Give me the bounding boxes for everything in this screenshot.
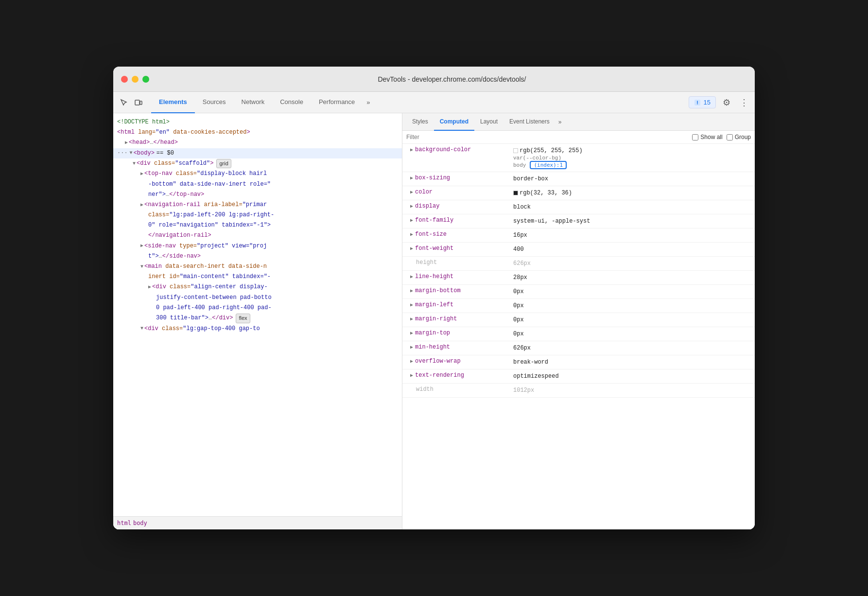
dom-last-div[interactable]: ▼ <div class="lg:gap-top-400 gap-to [113, 324, 402, 334]
prop-expand-triangle[interactable]: ▶ [410, 372, 413, 378]
prop-name-text: font-weight [415, 245, 453, 252]
group-checkbox[interactable] [727, 134, 733, 140]
dom-nav-rail-3: 0" role="navigation" tabindex="-1"> [113, 220, 402, 230]
prop-name-col: ▶font-size [402, 230, 509, 239]
computed-property-row[interactable]: ▶margin-bottom0px [402, 285, 755, 299]
prop-expand-triangle[interactable]: ▶ [410, 316, 413, 322]
computed-property-row[interactable]: width1012px [402, 384, 755, 398]
computed-property-row[interactable]: ▶margin-top0px [402, 327, 755, 341]
device-toggle-icon[interactable] [132, 96, 145, 109]
toolbar-icon-group [117, 96, 145, 109]
dom-scaffold[interactable]: ▼ <div class="scaffold" > grid [113, 158, 402, 169]
tab-network[interactable]: Network [234, 92, 273, 113]
prop-expand-triangle[interactable]: ▶ [410, 274, 413, 280]
computed-more-icon[interactable]: » [556, 117, 565, 127]
dom-head[interactable]: ▶ <head> … </head> [113, 138, 402, 148]
more-options-icon[interactable]: ⋮ [737, 96, 751, 109]
tab-sources[interactable]: Sources [195, 92, 234, 113]
minimize-button[interactable] [132, 76, 139, 83]
dom-nav-rail-1[interactable]: ▶ <navigation-rail aria-label="primar [113, 200, 402, 210]
computed-property-row[interactable]: ▶box-sizingborder-box [402, 172, 755, 186]
close-button[interactable] [121, 76, 128, 83]
prop-name-col: ▶margin-top [402, 329, 509, 337]
prop-value-text: 626px [513, 344, 531, 352]
tab-event-listeners[interactable]: Event Listeners [503, 113, 556, 131]
filter-input[interactable] [406, 134, 688, 140]
prop-expand-triangle[interactable]: ▶ [410, 330, 413, 336]
computed-property-row[interactable]: ▶overflow-wrapbreak-word [402, 355, 755, 369]
prop-value-col: 0px [509, 300, 755, 311]
computed-property-row[interactable]: ▶font-familysystem-ui, -apple-syst [402, 214, 755, 228]
dom-tree[interactable]: <!DOCTYPE html> <html lang="en" data-coo… [113, 113, 402, 516]
computed-property-row[interactable]: ▶font-weight400 [402, 243, 755, 257]
tab-styles[interactable]: Styles [406, 113, 434, 131]
prop-name-text: background-color [415, 146, 471, 153]
dom-top-nav-3: ner">…</top-nav> [113, 190, 402, 200]
group-label: Group [735, 134, 751, 140]
dom-main-2: inert id="main-content" tabindex="- [113, 272, 402, 282]
prop-name-col: ▶font-family [402, 216, 509, 225]
tab-elements[interactable]: Elements [151, 92, 195, 113]
prop-expand-triangle[interactable]: ▶ [410, 288, 413, 294]
settings-icon[interactable]: ⚙ [720, 96, 733, 109]
prop-expand-triangle[interactable]: ▶ [410, 245, 413, 251]
dom-body-selected[interactable]: ··· ▼ <body> == $0 [113, 148, 402, 158]
computed-property-row[interactable]: ▶background-colorrgb(255, 255, 255)var(-… [402, 144, 755, 172]
devtools-toolbar: Elements Sources Network Console Perform… [113, 92, 755, 113]
computed-property-row[interactable]: ▶margin-right0px [402, 313, 755, 327]
computed-property-row[interactable]: ▶displayblock [402, 200, 755, 214]
prop-expand-triangle[interactable]: ▶ [410, 217, 413, 223]
show-all-checkbox[interactable] [692, 134, 698, 140]
prop-value-text: rgb(32, 33, 36) [520, 189, 572, 197]
dom-side-nav-1[interactable]: ▶ <side-nav type="project" view="proj [113, 241, 402, 251]
prop-name-col: ▶margin-right [402, 315, 509, 323]
color-swatch [513, 148, 518, 153]
dom-main-inner-4: 300 title-bar">…</div> flex [113, 313, 402, 324]
prop-name-text: margin-right [415, 316, 457, 322]
computed-property-row[interactable]: height626px [402, 257, 755, 271]
dom-html[interactable]: <html lang="en" data-cookies-accepted > [113, 127, 402, 138]
dom-main-inner-1[interactable]: ▶ <div class="align-center display- [113, 282, 402, 292]
prop-expand-triangle[interactable]: ▶ [410, 358, 413, 364]
prop-name-col: ▶overflow-wrap [402, 357, 509, 366]
dom-top-nav-1[interactable]: ▶ <top-nav class="display-block hairl [113, 169, 402, 179]
prop-expand-triangle[interactable]: ▶ [410, 344, 413, 350]
tab-layout[interactable]: Layout [474, 113, 503, 131]
prop-name-col: ▶margin-left [402, 300, 509, 309]
prop-value-col: 16px [509, 230, 755, 241]
show-all-label: Show all [700, 134, 722, 140]
computed-property-row[interactable]: ▶margin-left0px [402, 299, 755, 313]
breadcrumb-body[interactable]: body [133, 520, 147, 526]
issues-badge[interactable]: 15 [689, 96, 716, 108]
prop-name-text: display [415, 203, 439, 210]
computed-property-row[interactable]: ▶font-size16px [402, 228, 755, 243]
prop-expand-triangle[interactable]: ▶ [410, 231, 413, 237]
dom-nav-rail-2: class="lg:pad-left-200 lg:pad-right- [113, 210, 402, 220]
tab-performance[interactable]: Performance [311, 92, 363, 113]
tab-console[interactable]: Console [272, 92, 311, 113]
show-all-group: Show all [692, 134, 722, 140]
prop-expand-triangle[interactable]: ▶ [410, 175, 413, 181]
prop-expand-triangle[interactable]: ▶ [410, 189, 413, 195]
tab-computed[interactable]: Computed [434, 113, 474, 131]
inspect-icon[interactable] [117, 96, 131, 109]
computed-property-row[interactable]: ▶min-height626px [402, 341, 755, 355]
prop-expand-triangle[interactable]: ▶ [410, 147, 413, 153]
computed-property-row[interactable]: ▶text-renderingoptimizespeed [402, 369, 755, 384]
dom-main-1[interactable]: ▼ <main data-search-inert data-side-n [113, 262, 402, 272]
issues-count: 15 [704, 99, 711, 106]
prop-name-text: overflow-wrap [415, 358, 461, 365]
prop-value-col: 400 [509, 244, 755, 255]
prop-expand-triangle[interactable]: ▶ [410, 203, 413, 209]
breadcrumb-html[interactable]: html [117, 520, 131, 526]
more-tabs-icon[interactable]: » [363, 95, 374, 110]
dom-side-nav-2: t">…</side-nav> [113, 251, 402, 262]
prop-value-col: rgb(32, 33, 36) [509, 188, 755, 198]
computed-filter-bar: Show all Group [402, 131, 755, 144]
maximize-button[interactable] [142, 76, 149, 83]
source-link-badge[interactable]: (index):1 [530, 161, 567, 169]
computed-property-row[interactable]: ▶line-height28px [402, 271, 755, 285]
computed-property-row[interactable]: ▶colorrgb(32, 33, 36) [402, 186, 755, 200]
dom-nav-rail-4: </navigation-rail> [113, 230, 402, 241]
prop-expand-triangle[interactable]: ▶ [410, 302, 413, 308]
